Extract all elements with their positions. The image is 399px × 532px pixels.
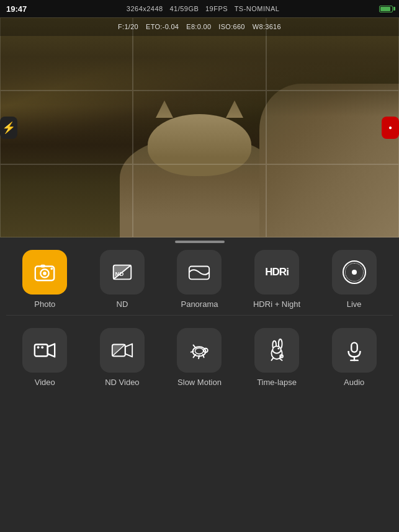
svg-rect-3 bbox=[41, 265, 46, 268]
modes-row-1: Photo ND ND Pano bbox=[0, 237, 399, 315]
right-controls: ● bbox=[382, 17, 399, 237]
svg-marker-12 bbox=[48, 344, 55, 357]
svg-line-34 bbox=[272, 358, 274, 360]
mode-nd-video-icon-wrapper bbox=[100, 328, 145, 373]
mode-time-lapse-icon-wrapper bbox=[254, 328, 299, 373]
grid-overlay bbox=[0, 17, 399, 237]
mode-panorama[interactable]: Panorama bbox=[168, 250, 230, 309]
status-bar: 19:47 3264x2448 41/59GB 19FPS TS-NOMINAL bbox=[0, 0, 399, 17]
svg-point-14 bbox=[42, 346, 44, 348]
drag-handle[interactable] bbox=[0, 237, 399, 246]
mode-nd-label: ND bbox=[117, 299, 128, 309]
lightning-icon: ⚡ bbox=[2, 121, 16, 135]
svg-line-23 bbox=[199, 356, 200, 359]
mode-hdri[interactable]: HDRi HDRi + Night bbox=[246, 250, 308, 309]
iso-value: ISO:660 bbox=[218, 23, 244, 30]
viewfinder[interactable] bbox=[0, 17, 399, 237]
status-info: 3264x2448 41/59GB 19FPS TS-NOMINAL bbox=[127, 5, 280, 12]
modes-panel: Photo ND ND Pano bbox=[0, 237, 399, 532]
exposure-value: ETO:-0.04 bbox=[146, 23, 179, 30]
mode-live-icon-wrapper bbox=[332, 250, 377, 295]
svg-line-25 bbox=[194, 345, 196, 348]
mode-live-label: Live bbox=[347, 299, 362, 309]
video-icon bbox=[33, 339, 56, 362]
status-time: 19:47 bbox=[6, 4, 27, 14]
svg-line-35 bbox=[280, 358, 282, 360]
hdri-text-icon: HDRi bbox=[254, 250, 299, 295]
svg-rect-36 bbox=[351, 343, 357, 352]
svg-point-2 bbox=[43, 272, 47, 275]
mode-nd-icon-wrapper: ND bbox=[100, 250, 145, 295]
live-dot bbox=[352, 270, 357, 275]
mode-slow-motion-icon-wrapper bbox=[177, 328, 222, 373]
wb-value: W8:3616 bbox=[253, 23, 281, 30]
nd-icon: ND bbox=[110, 260, 134, 284]
mode-nd-video[interactable]: ND Video bbox=[91, 328, 153, 387]
nd-video-icon bbox=[110, 339, 134, 362]
viewfinder-image bbox=[0, 17, 399, 237]
mode-video-label: Video bbox=[35, 378, 55, 387]
mode-slow-motion[interactable]: Slow Motion bbox=[168, 328, 230, 387]
mode-hdri-icon-wrapper: HDRi bbox=[254, 250, 299, 295]
panorama-icon bbox=[187, 260, 211, 284]
svg-marker-16 bbox=[125, 344, 132, 357]
audio-icon bbox=[343, 339, 366, 362]
mode-audio[interactable]: Audio bbox=[323, 328, 385, 387]
mode-video[interactable]: Video bbox=[14, 328, 76, 387]
svg-point-13 bbox=[37, 346, 40, 348]
modes-row-2: Video ND Video bbox=[0, 316, 399, 393]
ev-value: E8:0.00 bbox=[186, 23, 211, 30]
mode-video-icon-wrapper bbox=[22, 328, 67, 373]
mode-panorama-icon-wrapper bbox=[177, 250, 222, 295]
record-icon: ● bbox=[388, 124, 392, 131]
mode-hdri-label: HDRi + Night bbox=[253, 299, 300, 309]
mode-audio-icon-wrapper bbox=[332, 328, 377, 373]
mode-time-lapse-label: Time-lapse bbox=[257, 378, 297, 387]
svg-line-26 bbox=[191, 352, 194, 352]
mode-audio-label: Audio bbox=[344, 378, 364, 387]
lightning-button[interactable]: ⚡ bbox=[0, 117, 17, 139]
slow-motion-icon bbox=[187, 339, 211, 362]
live-icon bbox=[343, 260, 366, 284]
mode-panorama-label: Panorama bbox=[181, 299, 218, 309]
mode-photo-label: Photo bbox=[34, 299, 55, 309]
svg-text:ND: ND bbox=[115, 270, 123, 277]
handle-bar-indicator bbox=[175, 241, 225, 243]
camera-icon bbox=[33, 260, 56, 284]
camera-info-bar: F:1/20 ETO:-0.04 E8:0.00 ISO:660 W8:3616 bbox=[0, 17, 399, 36]
mode-nd[interactable]: ND ND bbox=[91, 250, 153, 309]
battery-indicator bbox=[379, 6, 393, 12]
mode-slow-motion-label: Slow Motion bbox=[177, 378, 222, 387]
mode-photo-icon-wrapper bbox=[22, 250, 67, 295]
svg-rect-11 bbox=[35, 345, 48, 357]
mode-nd-video-label: ND Video bbox=[105, 378, 139, 387]
record-button[interactable]: ● bbox=[382, 117, 399, 139]
left-controls: ⚡ bbox=[0, 17, 17, 237]
svg-point-32 bbox=[278, 348, 280, 350]
mode-time-lapse[interactable]: Time-lapse bbox=[246, 328, 308, 387]
mode-live[interactable]: Live bbox=[323, 250, 385, 309]
time-lapse-icon bbox=[265, 339, 289, 362]
mode-photo[interactable]: Photo bbox=[14, 250, 76, 309]
svg-point-20 bbox=[195, 348, 204, 354]
aperture-value: F:1/20 bbox=[118, 23, 138, 30]
svg-point-4 bbox=[51, 267, 53, 270]
